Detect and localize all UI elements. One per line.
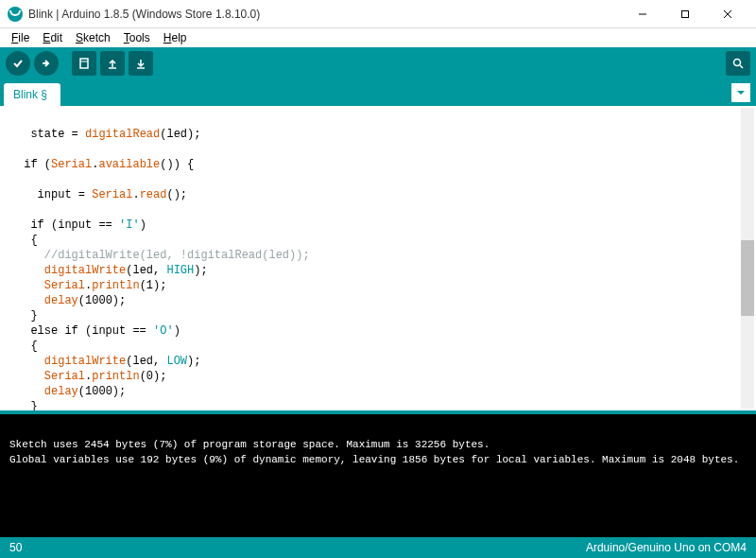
menu-edit[interactable]: Edit	[37, 29, 68, 46]
code-line: {	[17, 340, 38, 353]
console-line: Sketch uses 2454 bytes (7%) of program s…	[9, 439, 490, 450]
menu-file[interactable]: File	[6, 29, 35, 46]
code-line: {	[17, 234, 38, 247]
code-line: if (input == 'I')	[17, 218, 146, 232]
toolbar	[0, 47, 756, 79]
line-number: 50	[9, 541, 22, 554]
code-line: digitalWrite(led, LOW);	[17, 355, 200, 368]
code-line	[17, 143, 24, 156]
minimize-button[interactable]	[621, 1, 663, 27]
code-line: }	[17, 309, 38, 323]
menu-help[interactable]: Help	[158, 29, 193, 46]
code-line: input = Serial.read();	[17, 188, 187, 201]
console-line: Global variables use 192 bytes (9%) of d…	[9, 454, 739, 465]
code-line: digitalWrite(led, HIGH);	[17, 264, 208, 277]
menu-tools[interactable]: Tools	[118, 29, 156, 46]
svg-rect-4	[80, 59, 88, 68]
svg-rect-1	[681, 10, 688, 17]
status-bar: 50 Arduino/Genuino Uno on COM4	[0, 537, 756, 558]
close-button[interactable]	[706, 1, 748, 27]
serial-monitor-button[interactable]	[726, 51, 750, 76]
code-line: delay(1000);	[17, 385, 126, 398]
new-button[interactable]	[72, 51, 96, 76]
code-line	[17, 173, 24, 186]
code-line: state = digitalRead(led);	[17, 128, 200, 141]
verify-button[interactable]	[6, 51, 30, 76]
scrollbar-vertical[interactable]	[741, 108, 754, 409]
save-button[interactable]	[129, 51, 153, 76]
app-icon	[8, 7, 23, 22]
window-title: Blink | Arduino 1.8.5 (Windows Store 1.8…	[28, 8, 621, 21]
tab-blink[interactable]: Blink §	[4, 83, 60, 106]
tab-menu-button[interactable]	[731, 83, 750, 102]
menubar: File Edit Sketch Tools Help	[0, 28, 756, 47]
titlebar: Blink | Arduino 1.8.5 (Windows Store 1.8…	[0, 0, 756, 28]
svg-point-8	[734, 60, 741, 66]
code-line: Serial.println(0);	[17, 370, 166, 383]
scrollbar-thumb[interactable]	[741, 240, 754, 316]
code-line: else if (input == 'O')	[17, 324, 180, 338]
code-editor[interactable]: state = digitalRead(led); if (Serial.ava…	[0, 106, 756, 410]
console-output: Sketch uses 2454 bytes (7%) of program s…	[0, 414, 756, 537]
tab-bar: Blink §	[0, 79, 756, 106]
board-port-info: Arduino/Genuino Uno on COM4	[586, 541, 747, 554]
maximize-button[interactable]	[663, 1, 706, 27]
window-controls	[621, 1, 748, 27]
code-line: delay(1000);	[17, 294, 126, 307]
code-line	[17, 203, 24, 217]
svg-line-9	[740, 65, 743, 68]
code-line: if (Serial.available()) {	[17, 158, 194, 171]
code-line: //digitalWrite(led, !digitalRead(led));	[17, 249, 310, 262]
code-line: }	[17, 400, 38, 410]
menu-sketch[interactable]: Sketch	[70, 29, 116, 46]
upload-button[interactable]	[34, 51, 59, 76]
code-line: Serial.println(1);	[17, 279, 166, 292]
open-button[interactable]	[100, 51, 125, 76]
